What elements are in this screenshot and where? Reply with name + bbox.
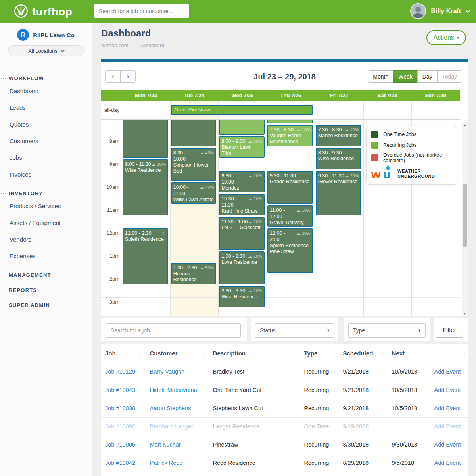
column-divider — [218, 120, 219, 316]
job-link[interactable]: Job #10129 — [101, 363, 146, 381]
customer-link[interactable]: Aaron Stephens — [146, 399, 209, 417]
customer-link[interactable]: Hideki Matsuyama — [146, 381, 209, 399]
calendar-event[interactable] — [123, 120, 168, 158]
scroll-down-icon[interactable]: ▼ — [462, 311, 468, 316]
sidebar: R RIIPL Lawn Co All Locations ---WORKFLO… — [0, 23, 92, 476]
filter-button[interactable]: Filter — [436, 322, 463, 338]
user-menu[interactable]: Billy Kraft — [410, 3, 469, 19]
sidebar-item-customers[interactable]: Customers — [0, 133, 92, 150]
column-header-next[interactable]: Next↑↓ — [388, 344, 430, 363]
sort-icon[interactable]: ↑↓ — [462, 344, 465, 363]
sidebar-nav: ---WORKFLOWDashboardLeadsQuotesCustomers… — [0, 67, 92, 310]
job-link[interactable]: Job #10043 — [101, 381, 146, 399]
view-button-week[interactable]: Week — [393, 70, 418, 83]
type-select[interactable]: Type ▼ — [348, 323, 426, 338]
column-header-actions[interactable]: ↑↓ — [430, 344, 468, 363]
view-button-month[interactable]: Month — [368, 70, 393, 83]
add-event-link[interactable]: Add Event — [430, 363, 468, 381]
calendar-allday-row: all-day Order Pinestraw — [101, 101, 460, 120]
empty-cell — [101, 472, 146, 476]
column-header-customer[interactable]: Customer↑↓ — [146, 344, 209, 363]
calendar-event-simpson-flower-bed[interactable]: 8:30 - 10:00☁ 40%Simpson Flower Bed — [171, 148, 217, 181]
sort-icon[interactable]: ↑↓ — [294, 344, 297, 363]
calendar-event[interactable] — [219, 120, 265, 135]
job-link[interactable]: Job #10038 — [101, 399, 146, 417]
column-header-scheduled[interactable]: Scheduled↑↓ — [339, 344, 388, 363]
global-search-input[interactable] — [94, 4, 189, 18]
avatar[interactable] — [410, 3, 426, 19]
calendar-event-blanton-lawn-trim[interactable]: 8:00 - 9:00☁ 50%Blanton Lawn Trim — [219, 136, 265, 158]
calendar-event-vaughn-home-maintenance[interactable]: 7:30 - 8:30☁ 10%Vaughn Home Maintenance — [267, 125, 313, 146]
actions-button[interactable]: Actions ▾ — [426, 30, 466, 45]
scrollbar-thumb[interactable] — [463, 184, 467, 247]
calendar-event-wise-residence[interactable]: 2:30 - 3:30☁ 10%Wise Residence — [219, 286, 265, 307]
calendar-event[interactable] — [267, 120, 313, 123]
sidebar-section-super-admin[interactable]: ---SUPER ADMIN — [0, 300, 92, 310]
calendar-event-spieth-residence[interactable]: 12:00 - 2:30↻Spieth Residence — [123, 228, 168, 284]
job-link[interactable]: Job #10042 — [101, 454, 146, 472]
calendar-event-glover-residence[interactable]: 9:30 - 11:30☁ 20%Glover Residence — [316, 171, 361, 215]
sort-icon[interactable]: ↑↓ — [333, 344, 336, 363]
calendar-event-kraft-pine-straw-job[interactable]: 10:30 - 11:30☁ 10%Kraft Pine Straw Job — [219, 194, 265, 215]
calendar-event-manzo-residence[interactable]: 7:30 - 8:30☁ 10%Manzo Residence — [316, 125, 361, 146]
sidebar-item-leads[interactable]: Leads — [0, 100, 92, 116]
event-title: Vaughn Home Maintenance — [270, 133, 311, 145]
select-caret-icon: ▼ — [418, 328, 421, 332]
company-name: RIIPL Lawn Co — [33, 32, 75, 38]
view-button-today[interactable]: Today — [437, 70, 462, 83]
add-event-link[interactable]: Add Event — [430, 381, 468, 399]
sidebar-item-dashboard[interactable]: Dashboard — [0, 83, 92, 100]
calendar-event-wise-residence[interactable]: 8:30 - 9:30Wise Residence — [316, 148, 361, 169]
column-header-description[interactable]: Description↑↓ — [209, 344, 300, 363]
weather-forecast-icon: ☁ 10% — [248, 288, 262, 294]
sidebar-item-assets-equipment[interactable]: Assets / Equipment — [0, 215, 92, 231]
calendar-event-wise-residence[interactable]: 9:00 - 11:30☁ 10%Wise Residence — [123, 159, 168, 215]
sort-icon[interactable]: ↑↓ — [424, 344, 427, 363]
calendar-event-willis-lawn-aerate[interactable]: 10:00 - 11:00☁ 40%Willis Lawn Aerate — [171, 182, 217, 204]
allday-event-order-pinestraw[interactable]: Order Pinestraw — [171, 105, 313, 115]
calendar-scrollbar[interactable]: ▲ ▼ — [462, 122, 468, 316]
calendar-event-goode-residence[interactable]: 9:30 - 11:00Goode Residence — [267, 171, 313, 204]
job-link[interactable]: Job #10006 — [101, 436, 146, 454]
scroll-up-icon[interactable]: ▲ — [462, 122, 468, 128]
sidebar-item-expenses[interactable]: Expenses — [0, 248, 92, 265]
customer-link[interactable]: Matt Kuchar — [146, 436, 209, 454]
job-search-input[interactable] — [106, 323, 241, 338]
breadcrumb-site[interactable]: turfhop.com — [101, 42, 129, 48]
sidebar-item-jobs[interactable]: Jobs — [0, 150, 92, 166]
sidebar-item-invoices[interactable]: Invoices — [0, 166, 92, 183]
calendar-event-gravel-delivery-lot-32[interactable]: 11:00 - 12:00☁ 10%Gravel Delivery (Lot 3… — [267, 205, 313, 227]
column-header-job[interactable]: Job↑↓ — [101, 344, 146, 363]
sidebar-section-inventory[interactable]: ---INVENTORY — [0, 188, 92, 198]
location-selector[interactable]: All Locations — [8, 45, 84, 56]
sidebar-section-workflow[interactable]: ---WORKFLOW — [0, 73, 92, 83]
sidebar-item-products-services[interactable]: Products / Services — [0, 198, 92, 215]
customer-link[interactable]: Bernhard Langer — [146, 417, 209, 436]
chevron-down-icon — [466, 8, 470, 13]
customer-link[interactable]: Barry Vaughn — [146, 363, 209, 381]
calendar-event-lot-21-glasscott[interactable]: 11:30 - 1:00☁ 10%Lot 21 - Glasscott — [219, 217, 265, 250]
add-event-link[interactable]: Add Event — [430, 436, 468, 454]
sidebar-section-reports[interactable]: ---REPORTS — [0, 285, 92, 295]
logo[interactable]: turfhop — [13, 4, 72, 20]
add-event-link[interactable]: Add Event — [430, 454, 468, 472]
sort-icon[interactable]: ↑↓ — [382, 344, 384, 363]
sort-icon[interactable]: ↑↓ — [140, 344, 142, 363]
sidebar-item-quotes[interactable]: Quotes — [0, 116, 92, 133]
column-header-type[interactable]: Type↑↓ — [300, 344, 339, 363]
page-title: Dashboard — [101, 28, 151, 39]
view-button-day[interactable]: Day — [417, 70, 438, 83]
calendar-event-mendez-residence[interactable]: 9:30 - 10:30☁ 10%Mendez Residence — [219, 171, 265, 192]
job-link[interactable]: Job #10092 — [101, 417, 146, 436]
calendar-event-spieth-residence-pine-straw[interactable]: 12:00 - 2:00☁ 20%Spieth Residence Pine S… — [267, 228, 313, 273]
calendar-event-love-residence[interactable]: 1:00 - 2:30☁ 10%Love Residence — [219, 251, 265, 284]
calendar-event-holmes-residence[interactable]: 1:30 - 2:30☁ 50%Holmes Residence — [171, 263, 217, 284]
customer-link[interactable]: Patrick Reed — [146, 454, 209, 472]
sidebar-section-management[interactable]: ---MANAGEMENT — [0, 270, 92, 280]
calendar-event[interactable] — [171, 120, 217, 146]
add-event-link[interactable]: Add Event — [430, 399, 468, 417]
sort-icon[interactable]: ↑↓ — [203, 344, 205, 363]
status-select[interactable]: Status ▼ — [255, 323, 334, 338]
add-event-link[interactable]: Add Event — [430, 417, 468, 436]
sidebar-item-vendors[interactable]: Vendors — [0, 231, 92, 248]
